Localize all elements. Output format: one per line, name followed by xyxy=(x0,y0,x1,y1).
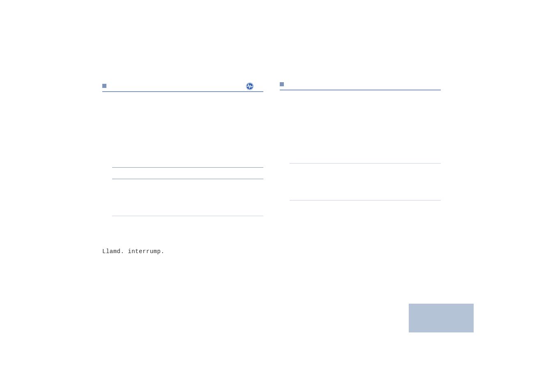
left-rule-3 xyxy=(112,216,263,216)
status-text: Llamd. interrump. xyxy=(102,248,164,255)
left-rule-2 xyxy=(112,179,263,179)
right-section-bullet-icon xyxy=(280,82,284,86)
pulse-icon xyxy=(246,82,254,90)
left-section-bullet-icon xyxy=(102,84,106,88)
right-section-header-rule xyxy=(280,90,441,90)
right-rule-1 xyxy=(290,163,441,164)
left-rule-1 xyxy=(112,167,263,168)
right-rule-2 xyxy=(290,200,441,201)
footer-block xyxy=(409,304,474,332)
left-section-header-rule xyxy=(102,91,263,92)
